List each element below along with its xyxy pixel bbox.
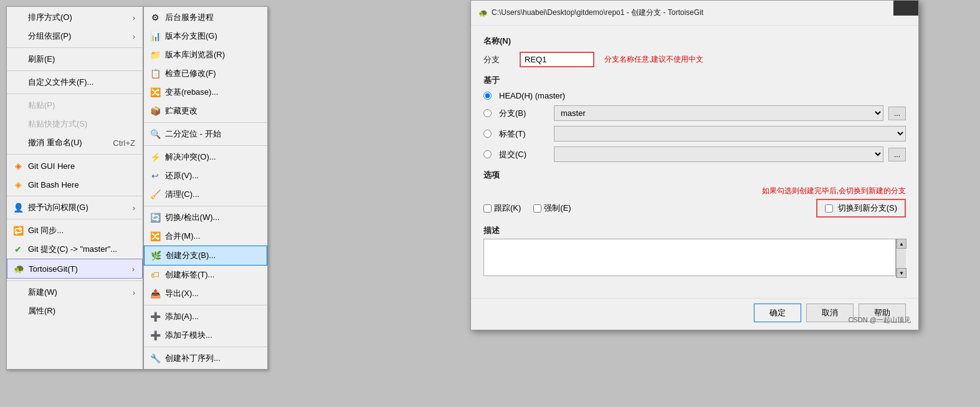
divider: [7, 196, 143, 196]
based-on-section: 基于 HEAD(H) (master) 分支(B) master ... 标签(…: [483, 75, 906, 162]
track-checkbox[interactable]: [483, 204, 492, 213]
stash-icon: 📦: [149, 105, 161, 117]
menu-rebase[interactable]: 🔀 变基(rebase)...: [144, 83, 267, 102]
menu-repo-browser[interactable]: 📁 版本库浏览器(R): [144, 45, 267, 64]
menu-bisect-start[interactable]: 🔍 二分定位 - 开始: [144, 125, 267, 143]
branch-based-label: 分支(B): [499, 108, 549, 119]
description-area-container: ▲ ▼: [483, 239, 906, 278]
undo-icon: [12, 136, 24, 149]
folder-icon: [12, 76, 24, 89]
menu-paste[interactable]: 粘贴(P): [7, 96, 143, 115]
commit-radio-row: 提交(C) ...: [483, 146, 906, 162]
divider: [144, 305, 267, 305]
menu-refresh[interactable]: 刷新(E): [7, 50, 143, 69]
tag-dropdown[interactable]: [554, 126, 906, 141]
repo-browser-icon: 📁: [149, 49, 161, 61]
menu-customize-folder[interactable]: 自定义文件夹(F)...: [7, 73, 143, 92]
options-row: 跟踪(K) 强制(E) 切换到新分支(S): [483, 199, 906, 218]
menu-create-patch[interactable]: 🔧 创建补丁序列...: [144, 349, 267, 368]
refresh-icon: [12, 53, 24, 65]
options-hint: 如果勾选则创建完毕后,会切换到新建的分支: [483, 186, 906, 196]
menu-merge[interactable]: 🔀 合并(M)...: [144, 227, 267, 246]
head-radio[interactable]: [483, 92, 492, 100]
branch-dropdown-btn[interactable]: ...: [888, 107, 906, 120]
menu-create-branch[interactable]: 🌿 创建分支(B)...: [144, 246, 267, 266]
menu-group-by[interactable]: 分组依据(P) ›: [7, 27, 143, 45]
tag-radio[interactable]: [483, 130, 492, 138]
dialog-titlebar: 🐢 C:\Users\huabei\Desktop\gitdemo\repo1 …: [471, 1, 918, 26]
dialog-title-icon: 🐢: [478, 9, 488, 17]
switch-to-branch-checkbox[interactable]: [825, 204, 833, 213]
name-row: 分支 分支名称任意,建议不使用中文: [483, 52, 906, 67]
properties-icon: [12, 305, 24, 317]
menu-git-commit[interactable]: ✔ Git 提交(C) -> "master"...: [7, 240, 143, 259]
menu-add-submodule[interactable]: ➕ 添加子模块...: [144, 326, 267, 345]
ok-button[interactable]: 确定: [754, 304, 801, 322]
branch-label: 分支: [483, 54, 515, 65]
switch-to-branch-button[interactable]: 切换到新分支(S): [816, 199, 906, 218]
divider: [7, 47, 143, 48]
git-commit-icon: ✔: [12, 243, 24, 256]
access-icon: 👤: [12, 201, 24, 214]
commit-dropdown[interactable]: [554, 146, 883, 162]
divider: [7, 280, 143, 281]
track-label: 跟踪(K): [483, 203, 521, 214]
menu-create-tag[interactable]: 🏷 创建标签(T)...: [144, 266, 267, 284]
scroll-up-arrow[interactable]: ▲: [897, 239, 906, 249]
description-scrollbar[interactable]: ▲ ▼: [896, 239, 906, 278]
check-modified-icon: 📋: [149, 67, 161, 80]
menu-export[interactable]: 📤 导出(X)...: [144, 284, 267, 303]
menu-stash[interactable]: 📦 贮藏更改: [144, 102, 267, 120]
description-textarea[interactable]: [483, 239, 896, 276]
menu-properties[interactable]: 属性(R): [7, 302, 143, 320]
menu-git-sync[interactable]: 🔁 Git 同步...: [7, 221, 143, 240]
create-tag-icon: 🏷: [149, 269, 161, 281]
divider: [144, 122, 267, 123]
menu-git-bash[interactable]: ◈ Git Bash Here: [7, 175, 143, 194]
branch-name-input[interactable]: [520, 52, 594, 67]
menu-undo-rename[interactable]: 撤消 重命名(U) Ctrl+Z: [7, 133, 143, 152]
menu-paste-shortcut[interactable]: 粘贴快捷方式(S): [7, 115, 143, 133]
group-icon: [12, 30, 24, 42]
branch-radio-row: 分支(B) master ...: [483, 105, 906, 121]
menu-start-agent[interactable]: ⚙ 后台服务进程: [144, 8, 267, 27]
commit-radio[interactable]: [483, 150, 492, 158]
tortoise-git-icon: 🐢: [12, 262, 25, 275]
paste-shortcut-icon: [12, 118, 24, 130]
divider: [7, 219, 143, 219]
branch-graph-icon: 📊: [149, 30, 161, 42]
cancel-button[interactable]: 取消: [806, 304, 854, 322]
menu-revert[interactable]: ↩ 还原(V)...: [144, 166, 267, 185]
create-branch-icon: 🌿: [150, 249, 162, 262]
switch-checkout-icon: 🔄: [149, 211, 161, 224]
create-patch-icon: 🔧: [149, 352, 161, 365]
menu-add[interactable]: ➕ 添加(A)...: [144, 307, 267, 326]
menu-switch-checkout[interactable]: 🔄 切换/检出(W)...: [144, 208, 267, 227]
menu-tortoise-git[interactable]: 🐢 TortoiseGit(T) ›: [7, 259, 143, 279]
menu-git-gui[interactable]: ◈ Git GUI Here: [7, 156, 143, 175]
divider: [144, 206, 267, 206]
options-label: 选项: [483, 170, 906, 181]
clean-icon: 🧹: [149, 188, 161, 201]
menu-branch-graph[interactable]: 📊 版本分支图(G): [144, 27, 267, 45]
menu-sort-by[interactable]: 排序方式(O) ›: [7, 8, 143, 27]
scroll-down-arrow[interactable]: ▼: [897, 268, 906, 278]
tag-label: 标签(T): [499, 128, 549, 140]
options-section: 选项 如果勾选则创建完毕后,会切换到新建的分支 跟踪(K) 强制(E) 切换到新…: [483, 170, 906, 218]
menu-new[interactable]: 新建(W) ›: [7, 283, 143, 302]
menu-check-modified[interactable]: 📋 检查已修改(F): [144, 64, 267, 83]
menu-clean[interactable]: 🧹 清理(C)...: [144, 185, 267, 204]
branch-dropdown[interactable]: master: [554, 105, 883, 121]
menu-resolve[interactable]: ⚡ 解决冲突(O)...: [144, 148, 267, 166]
menu-access-control[interactable]: 👤 授予访问权限(G) ›: [7, 198, 143, 217]
branch-radio[interactable]: [483, 109, 492, 117]
context-menu-1[interactable]: 排序方式(O) › 分组依据(P) › 刷新(E) 自定义文件夹(F)... 粘…: [6, 6, 143, 370]
rebase-icon: 🔀: [149, 86, 161, 98]
description-section: 描述 ▲ ▼: [483, 225, 906, 278]
divider: [7, 154, 143, 155]
context-menu-2[interactable]: ⚙ 后台服务进程 📊 版本分支图(G) 📁 版本库浏览器(R) 📋 检查已修改(…: [143, 6, 268, 370]
merge-icon: 🔀: [149, 230, 161, 242]
force-checkbox[interactable]: [533, 204, 541, 213]
commit-dropdown-btn[interactable]: ...: [888, 148, 906, 161]
add-submodule-icon: ➕: [149, 329, 161, 342]
